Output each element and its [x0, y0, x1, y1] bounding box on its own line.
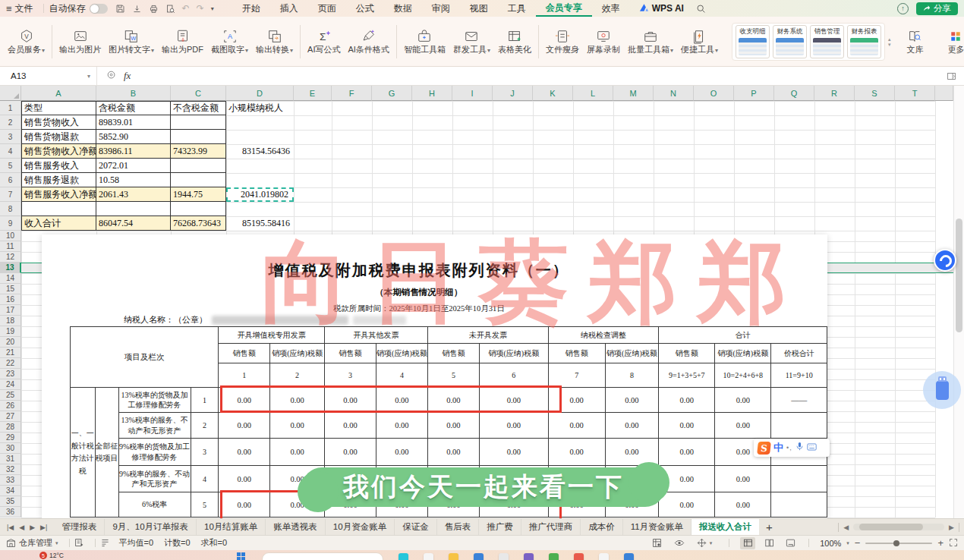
undo-icon[interactable]: ↶	[182, 3, 190, 14]
column-header-G[interactable]: G	[372, 86, 412, 101]
name-box-dropdown-icon[interactable]: ▾	[87, 73, 90, 80]
column-header-S[interactable]: S	[855, 86, 895, 101]
row-header-9[interactable]: 9	[0, 216, 21, 231]
row-header-25[interactable]: 25	[0, 390, 21, 401]
cell-A2[interactable]: 销售货物收入	[21, 115, 96, 130]
row-header-19[interactable]: 19	[0, 326, 21, 337]
print-preview-icon[interactable]	[165, 4, 175, 14]
cell-C8[interactable]	[171, 202, 226, 216]
toolbar-button-pdf[interactable]: 输出为PDF	[159, 26, 206, 57]
row-header-34[interactable]: 34	[0, 486, 21, 496]
tab-scroll-thumb[interactable]	[859, 524, 923, 530]
column-header-L[interactable]: L	[573, 86, 613, 101]
taskbar-app-icon-5[interactable]	[524, 553, 534, 560]
windows-start-button[interactable]	[237, 552, 245, 560]
search-icon[interactable]	[696, 4, 706, 14]
menu-tab-1[interactable]: 插入	[270, 0, 308, 17]
row-header-32[interactable]: 32	[0, 464, 21, 475]
row-header-31[interactable]: 31	[0, 454, 21, 464]
taskbar-app-icon-9[interactable]	[624, 553, 634, 560]
template-card-2[interactable]: 销售管理	[810, 25, 844, 58]
print-icon[interactable]	[149, 4, 159, 14]
cell-A7[interactable]: 销售服务收入净额	[21, 187, 96, 202]
cell-A8[interactable]	[21, 202, 96, 216]
row-header-16[interactable]: 16	[0, 294, 21, 305]
cell-D7[interactable]: 2041.019802	[226, 187, 294, 202]
cell-A9[interactable]: 收入合计	[21, 216, 96, 231]
sheet-tab-10[interactable]: 11月资金账单	[623, 519, 691, 535]
cell-A3[interactable]: 销售货物退款	[21, 130, 96, 144]
page-layout-view-icon[interactable]	[761, 537, 777, 549]
column-header-E[interactable]: E	[294, 86, 332, 101]
row-header-10[interactable]: 10	[0, 231, 21, 241]
row-header-6[interactable]: 6	[0, 173, 21, 187]
sheet-tab-9[interactable]: 成本价	[581, 519, 623, 535]
row-header-11[interactable]: 11	[0, 241, 21, 252]
row-header-22[interactable]: 22	[0, 358, 21, 369]
row-header-27[interactable]: 27	[0, 411, 21, 422]
sheet-tab-0[interactable]: 管理报表	[54, 519, 105, 535]
recalc-icon[interactable]	[652, 538, 662, 548]
usb-helper-icon[interactable]	[923, 371, 961, 409]
column-header-I[interactable]: I	[452, 86, 493, 101]
toolbar-button-sigma[interactable]: ΣAI写公式	[304, 26, 343, 57]
magnifier-icon[interactable]	[106, 70, 117, 83]
fullscreen-icon[interactable]	[949, 538, 958, 549]
toolbar-button-toolbox[interactable]: 智能工具箱	[401, 26, 449, 57]
collapse-formula-bar-icon[interactable]	[947, 71, 964, 81]
file-menu-button[interactable]: ≡ 文件	[0, 0, 39, 17]
row-header-14[interactable]: 14	[0, 273, 21, 284]
column-header-A[interactable]: A	[21, 86, 96, 101]
keyboard-icon[interactable]	[807, 442, 817, 453]
cell-D4[interactable]: 83154.56436	[226, 144, 294, 159]
autosave-toggle[interactable]	[90, 4, 108, 14]
cell-C3[interactable]	[171, 130, 226, 144]
upload-icon[interactable]: ↑	[897, 3, 909, 14]
cell-B9[interactable]: 86047.54	[96, 216, 171, 231]
row-header-24[interactable]: 24	[0, 379, 21, 390]
cell-A5[interactable]: 销售服务收入	[21, 159, 96, 173]
chevron-down-icon[interactable]: ▾	[211, 5, 214, 12]
zoom-dropdown-icon[interactable]: ▾	[846, 540, 849, 546]
first-sheet-icon[interactable]: |◀	[7, 524, 14, 531]
cell-C4[interactable]: 74323.99	[171, 144, 226, 159]
toolbar-button-quick[interactable]: 便捷工具▾	[678, 26, 721, 58]
taskbar-app-icon-8[interactable]	[599, 553, 609, 560]
wenku-button[interactable]: 文库	[898, 28, 931, 55]
cell-B5[interactable]: 2072.01	[96, 159, 171, 173]
cell-B7[interactable]: 2061.43	[96, 187, 171, 202]
column-header-Q[interactable]: Q	[774, 86, 814, 101]
row-header-36[interactable]: 36	[0, 507, 21, 518]
cell-A6[interactable]: 销售服务退款	[21, 173, 96, 187]
row-header-3[interactable]: 3	[0, 130, 21, 144]
cell-B2[interactable]: 89839.01	[96, 115, 171, 130]
row-header-30[interactable]: 30	[0, 443, 21, 454]
menu-tab-3[interactable]: 公式	[346, 0, 384, 17]
column-header-F[interactable]: F	[332, 86, 372, 101]
row-header-5[interactable]: 5	[0, 159, 21, 173]
cell-B6[interactable]: 10.58	[96, 173, 171, 187]
row-header-15[interactable]: 15	[0, 284, 21, 294]
selection-stat-icon[interactable]	[74, 538, 84, 548]
save-icon[interactable]	[115, 4, 125, 14]
column-header-D[interactable]: D	[226, 86, 294, 101]
toolbar-button-shot[interactable]: A截图取字▾	[208, 26, 251, 58]
row-header-12[interactable]: 12	[0, 252, 21, 263]
toolbar-button-image[interactable]: 输出为图片	[56, 26, 104, 57]
redo-icon[interactable]: ↷	[197, 3, 204, 14]
toolbar-button-imgtext[interactable]: W图片转文字▾	[106, 26, 157, 58]
cell-B1[interactable]: 含税金额	[96, 101, 171, 115]
card-scroll-buttons[interactable]: ▴▾	[888, 36, 891, 47]
wps-ai-button[interactable]: WPS AI	[639, 3, 684, 14]
toolbar-button-case[interactable]: 批量工具箱▾	[625, 26, 676, 58]
toolbar-button-beauty[interactable]: 表格美化	[495, 26, 534, 57]
weather-widget[interactable]: 5 12°C	[39, 552, 64, 559]
list-view-icon[interactable]	[100, 538, 110, 548]
eye-protect-icon[interactable]	[674, 538, 685, 548]
template-card-3[interactable]: 财务报表	[847, 25, 881, 58]
row-header-28[interactable]: 28	[0, 422, 21, 433]
next-sheet-icon[interactable]: ▶	[30, 524, 35, 531]
column-header-N[interactable]: N	[654, 86, 694, 101]
microphone-icon[interactable]	[795, 442, 804, 454]
zoom-in-button[interactable]: +	[937, 540, 944, 547]
